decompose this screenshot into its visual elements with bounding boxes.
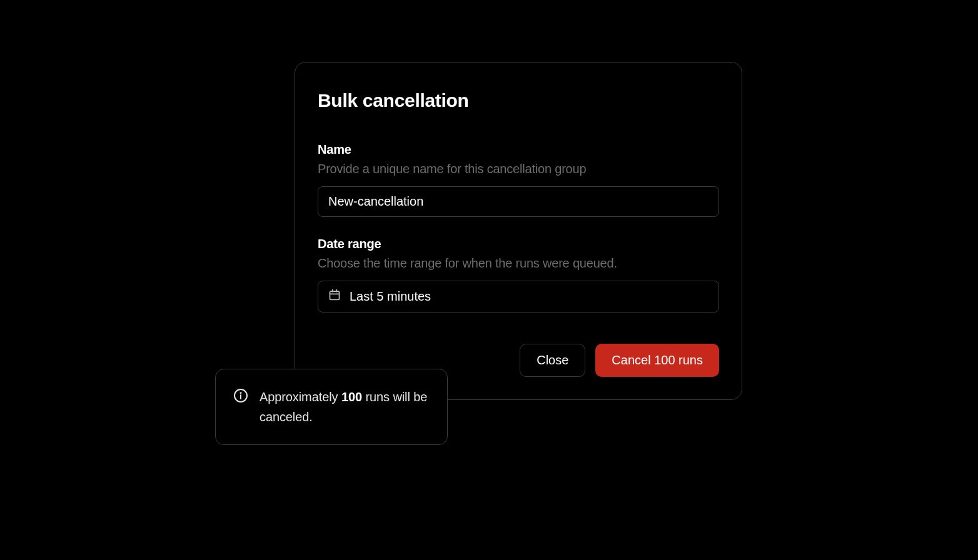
date-range-hint: Choose the time range for when the runs … <box>318 256 719 271</box>
date-range-value: Last 5 minutes <box>350 289 431 304</box>
info-icon <box>233 387 248 406</box>
calendar-icon <box>328 289 341 304</box>
info-toast: Approximately 100 runs will be canceled. <box>215 369 448 445</box>
svg-point-6 <box>241 392 241 393</box>
name-hint: Provide a unique name for this cancellat… <box>318 162 719 176</box>
date-range-label: Date range <box>318 237 719 251</box>
bulk-cancellation-dialog: Bulk cancellation Name Provide a unique … <box>295 62 742 400</box>
date-range-field-group: Date range Choose the time range for whe… <box>318 237 719 312</box>
close-button[interactable]: Close <box>520 344 585 377</box>
name-label: Name <box>318 142 719 157</box>
name-field-group: Name Provide a unique name for this canc… <box>318 142 719 217</box>
name-input[interactable] <box>318 186 719 217</box>
svg-rect-0 <box>330 291 340 299</box>
cancel-runs-button[interactable]: Cancel 100 runs <box>595 344 719 377</box>
date-range-select[interactable]: Last 5 minutes <box>318 281 719 312</box>
dialog-title: Bulk cancellation <box>318 90 719 111</box>
toast-message: Approximately 100 runs will be canceled. <box>260 387 430 427</box>
